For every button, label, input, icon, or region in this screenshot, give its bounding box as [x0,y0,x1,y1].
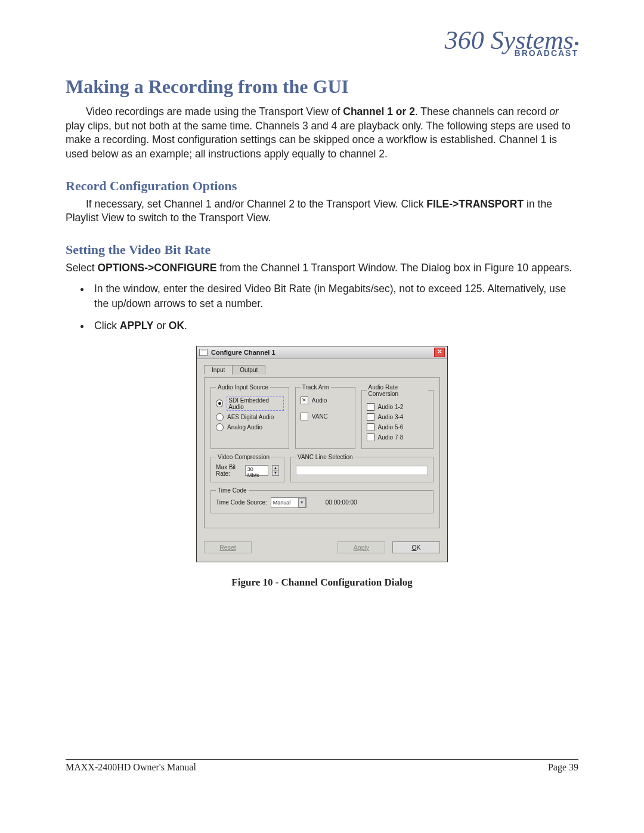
configure-channel-dialog: Configure Channel 1 ✕ Input Output Audio… [196,346,448,562]
check-audio-1-2[interactable]: Audio 1-2 [367,403,428,411]
spinner-down-icon[interactable]: ▼ [273,470,278,475]
checkbox-icon [301,397,308,404]
bitrate-input[interactable]: 30 Mb/s [245,465,268,476]
apply-button[interactable]: Apply [338,541,385,553]
bitrate-bullets: In the window, enter the desired Video B… [91,281,578,334]
checkbox-icon [301,413,308,420]
checkbox-icon [367,403,374,411]
tab-output[interactable]: Output [232,365,265,374]
section-bitrate: Setting the Video Bit Rate [66,242,578,258]
reset-button[interactable]: Reset [204,541,252,553]
checkbox-icon [367,433,374,441]
logo-script: 360 Systems [66,30,578,51]
dialog-titlebar[interactable]: Configure Channel 1 ✕ [197,346,447,359]
tab-input[interactable]: Input [204,365,233,374]
bitrate-paragraph: Select OPTIONS->CONFIGURE from the Chann… [66,261,578,275]
logo-dot-icon [575,42,578,45]
close-icon[interactable]: ✕ [434,348,445,357]
timecode-source-dropdown[interactable]: Manual ▼ [271,497,306,508]
timecode-row: Time Code Source: Manual ▼ 00:00:00:00 [216,497,428,508]
dialog-button-bar: Reset Apply OK [197,533,447,562]
record-config-paragraph: If necessary, set Channel 1 and/or Chann… [66,197,578,225]
group-video-compression: Video Compression Max Bit Rate: 30 Mb/s … [210,454,284,482]
radio-sdi-embedded[interactable]: SDI Embedded Audio [216,397,284,411]
group-vanc-line-selection: VANC Line Selection [290,454,434,482]
check-audio-5-6[interactable]: Audio 5-6 [367,423,428,431]
tab-panel-input: Audio Input Source SDI Embedded Audio AE… [204,377,440,528]
group-audio-rate-conversion: Audio Rate Conversion Audio 1-2 Audio 3-… [361,384,434,449]
check-vanc[interactable]: VANC [301,413,350,420]
ok-button[interactable]: OK [392,541,440,553]
spinner-up-icon[interactable]: ▲ [273,466,278,471]
footer-left: MAXX-2400HD Owner's Manual [66,762,196,773]
brand-logo: 360 Systems BROADCAST [66,30,578,58]
bitrate-spinner[interactable]: ▲ ▼ [272,465,279,476]
dialog-body: Input Output Audio Input Source SDI Embe… [197,359,447,533]
window-icon [199,349,208,356]
dialog-tabs: Input Output [204,365,440,374]
document-page: 360 Systems BROADCAST Making a Recording… [0,0,644,793]
checkbox-icon [367,413,374,421]
radio-dot-icon [216,400,223,407]
bitrate-row: Max Bit Rate: 30 Mb/s ▲ ▼ [216,464,279,477]
vanc-line-input[interactable] [296,466,428,475]
radio-analog-audio[interactable]: Analog Audio [216,423,284,431]
group-track-arm: Track Arm Audio VANC [295,384,355,449]
group-time-code: Time Code Time Code Source: Manual ▼ 00:… [210,487,434,513]
bitrate-label: Max Bit Rate: [216,464,242,477]
page-footer: MAXX-2400HD Owner's Manual Page 39 [66,759,578,773]
bullet-2: Click APPLY or OK. [91,318,578,333]
radio-dot-icon [216,413,224,421]
timecode-label: Time Code Source: [216,499,267,506]
timecode-display: 00:00:00:00 [326,499,357,506]
check-audio[interactable]: Audio [301,397,350,404]
bullet-1: In the window, enter the desired Video B… [91,281,578,312]
figure-caption: Figure 10 - Channel Configuration Dialog [66,577,578,589]
footer-right: Page 39 [548,762,578,773]
chevron-down-icon: ▼ [298,498,306,507]
dialog-title-text: Configure Channel 1 [211,349,275,356]
radio-dot-icon [216,423,224,431]
intro-paragraph: Video recordings are made using the Tran… [66,105,578,162]
section-record-config: Record Configuration Options [66,178,578,194]
check-audio-7-8[interactable]: Audio 7-8 [367,433,428,441]
check-audio-3-4[interactable]: Audio 3-4 [367,413,428,421]
checkbox-icon [367,423,374,431]
page-title: Making a Recording from the GUI [66,76,578,98]
radio-aes-digital[interactable]: AES Digital Audio [216,413,284,421]
group-audio-input-source: Audio Input Source SDI Embedded Audio AE… [210,384,289,449]
